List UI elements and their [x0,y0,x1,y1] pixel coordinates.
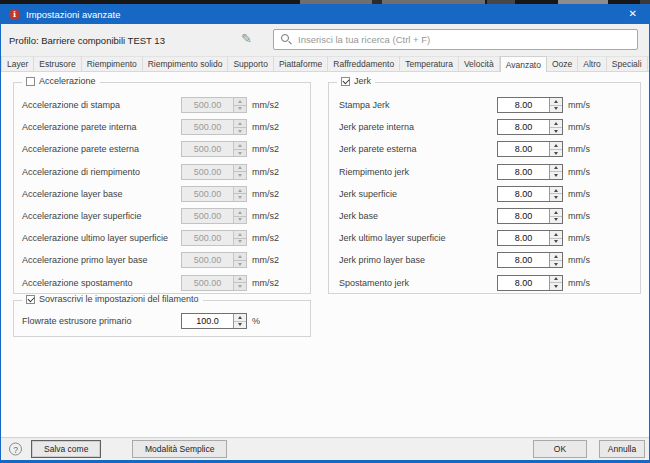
number-spinner: 500.00 [181,208,247,224]
spinner-down-icon [234,238,246,246]
spinner-down-icon[interactable] [550,127,562,135]
filament-override-group-title: Sovrascrivi le impostazioni del filament… [39,294,199,304]
tab-riempimento-solido[interactable]: Riempimento solido [143,56,229,71]
tab-altro[interactable]: Altro [578,56,606,71]
tab-raffreddamento[interactable]: Raffreddamento [328,56,400,71]
tab-velocit-[interactable]: Velocità [459,56,500,71]
acceleration-group-title: Accelerazione [39,76,96,86]
spinner-down-icon[interactable] [550,260,562,268]
edit-profile-icon[interactable]: ✎ [241,31,252,46]
unit-label: mm/s2 [252,278,286,288]
help-icon[interactable]: ? [9,443,22,456]
setting-row: Accelerazione layer superficie500.00mm/s… [22,205,286,227]
spinner-buttons [549,187,562,201]
spinner-down-icon[interactable] [234,321,246,329]
spinner-down-icon [234,149,246,157]
spinner-value: 8.00 [498,187,549,201]
setting-label: Jerk base [339,211,497,221]
setting-row: Spostamento jerk8.00mm/s [339,272,602,294]
number-spinner[interactable]: 100.0 [181,313,247,329]
unit-label: mm/s [568,211,602,221]
setting-label: Spostamento jerk [339,278,497,288]
tab-speciali[interactable]: Speciali [607,56,648,71]
setting-label: Accelerazione parete esterna [22,144,181,154]
spinner-value: 100.0 [182,314,233,328]
spinner-buttons [233,314,246,328]
tab-piattaforme[interactable]: Piattaforme [274,56,328,71]
jerk-checkbox[interactable] [341,77,350,86]
spinner-down-icon[interactable] [550,238,562,246]
number-spinner: 500.00 [181,252,247,268]
search-box[interactable] [273,29,638,50]
setting-row: Accelerazione layer base500.00mm/s2 [22,183,286,205]
spinner-buttons [233,187,246,201]
filament-override-rows: Flowrate estrusore primario100.0% [14,301,310,332]
setting-label: Jerk parete esterna [339,144,497,154]
setting-row: Jerk ultimo layer superficie8.00mm/s [339,227,602,249]
spinner-down-icon[interactable] [550,216,562,224]
tab-avanzato[interactable]: Avanzato [500,56,547,72]
spinner-buttons [549,165,562,179]
tab-temperatura[interactable]: Temperatura [400,56,459,71]
spinner-down-icon[interactable] [550,282,562,290]
spinner-buttons [549,231,562,245]
simple-mode-button[interactable]: Modalità Semplice [132,440,227,458]
tab-estrusore[interactable]: Estrusore [34,56,81,71]
acceleration-checkbox[interactable] [26,77,35,86]
search-icon [281,34,292,45]
number-spinner[interactable]: 8.00 [497,230,563,246]
ok-button[interactable]: OK [533,440,587,458]
number-spinner[interactable]: 8.00 [497,164,563,180]
tab-bar: LayerEstrusoreRiempimentoRiempimento sol… [1,56,649,72]
spinner-value: 8.00 [498,142,549,156]
spinner-down-icon [234,216,246,224]
number-spinner[interactable]: 8.00 [497,119,563,135]
unit-label: mm/s [568,144,602,154]
setting-label: Accelerazione ultimo layer superficie [22,233,181,243]
setting-label: Flowrate estrusore primario [22,316,181,326]
spinner-buttons [549,253,562,267]
unit-label: mm/s [568,122,602,132]
setting-row: Jerk base8.00mm/s [339,205,602,227]
setting-label: Accelerazione parete interna [22,122,181,132]
spinner-down-icon [234,282,246,290]
spinner-down-icon [234,171,246,179]
close-icon[interactable]: ✕ [625,7,641,21]
setting-row: Accelerazione di stampa500.00mm/s2 [22,94,286,116]
spinner-down-icon [234,105,246,113]
number-spinner[interactable]: 8.00 [497,208,563,224]
jerk-rows: Stampa Jerk8.00mm/sJerk parete interna8.… [329,83,640,294]
cancel-button[interactable]: Annulla [599,440,645,458]
search-input[interactable] [296,33,637,46]
setting-row: Jerk parete interna8.00mm/s [339,116,602,138]
filament-override-group: Sovrascrivi le impostazioni del filament… [13,300,311,337]
setting-row: Accelerazione ultimo layer superficie500… [22,227,286,249]
filament-override-checkbox[interactable] [26,295,35,304]
tab-riempimento[interactable]: Riempimento [82,56,143,71]
spinner-buttons [549,120,562,134]
spinner-down-icon[interactable] [550,193,562,201]
tab-ooze[interactable]: Ooze [547,56,578,71]
unit-label: mm/s2 [252,144,286,154]
spinner-value: 500.00 [182,253,233,267]
spinner-value: 8.00 [498,276,549,290]
spinner-down-icon[interactable] [550,149,562,157]
number-spinner[interactable]: 8.00 [497,186,563,202]
profile-label: Profilo: Barriere componibili TEST 13 [9,35,165,46]
save-as-button[interactable]: Salva come [31,440,101,458]
tab-layer[interactable]: Layer [1,56,34,71]
setting-label: Stampa Jerk [339,100,497,110]
spinner-down-icon[interactable] [550,171,562,179]
number-spinner[interactable]: 8.00 [497,97,563,113]
unit-label: mm/s [568,189,602,199]
acceleration-rows: Accelerazione di stampa500.00mm/s2Accele… [14,83,310,294]
unit-label: mm/s [568,167,602,177]
number-spinner[interactable]: 8.00 [497,275,563,291]
spinner-down-icon[interactable] [550,105,562,113]
setting-row: Stampa Jerk8.00mm/s [339,94,602,116]
spinner-buttons [233,253,246,267]
tab-supporto[interactable]: Supporto [228,56,274,71]
unit-label: mm/s2 [252,167,286,177]
number-spinner[interactable]: 8.00 [497,252,563,268]
number-spinner[interactable]: 8.00 [497,141,563,157]
